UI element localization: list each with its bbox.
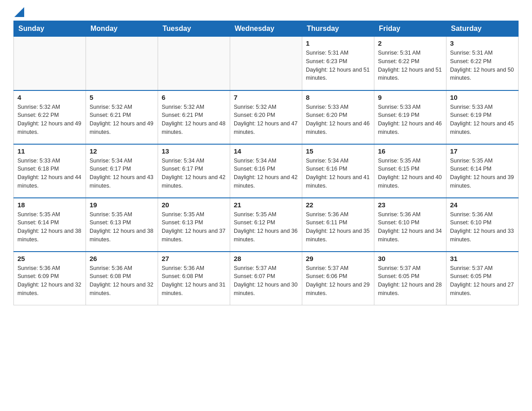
day-info: Sunrise: 5:34 AMSunset: 6:17 PMDaylight:… [162, 157, 226, 190]
day-info: Sunrise: 5:36 AMSunset: 6:08 PMDaylight:… [90, 264, 154, 298]
calendar-week-row: 18Sunrise: 5:35 AMSunset: 6:14 PMDayligh… [14, 198, 519, 252]
calendar-cell: 26Sunrise: 5:36 AMSunset: 6:08 PMDayligh… [86, 252, 158, 305]
day-info: Sunrise: 5:35 AMSunset: 6:14 PMDaylight:… [17, 210, 82, 244]
day-number: 23 [378, 201, 442, 209]
day-info: Sunrise: 5:34 AMSunset: 6:17 PMDaylight:… [90, 157, 154, 190]
day-info: Sunrise: 5:32 AMSunset: 6:21 PMDaylight:… [162, 103, 226, 137]
day-info: Sunrise: 5:33 AMSunset: 6:19 PMDaylight:… [450, 103, 515, 137]
weekday-header-row: SundayMondayTuesdayWednesdayThursdayFrid… [14, 21, 519, 37]
calendar-cell: 10Sunrise: 5:33 AMSunset: 6:19 PMDayligh… [446, 90, 519, 144]
day-number: 4 [17, 94, 82, 101]
day-number: 31 [450, 255, 515, 262]
weekday-header-wednesday: Wednesday [230, 21, 302, 37]
day-number: 11 [17, 147, 82, 155]
day-info: Sunrise: 5:33 AMSunset: 6:19 PMDaylight:… [378, 103, 442, 137]
calendar-cell: 3Sunrise: 5:31 AMSunset: 6:22 PMDaylight… [446, 37, 519, 90]
calendar-cell: 1Sunrise: 5:31 AMSunset: 6:23 PMDaylight… [302, 37, 374, 90]
day-number: 25 [17, 255, 82, 262]
day-info: Sunrise: 5:36 AMSunset: 6:11 PMDaylight:… [306, 210, 370, 244]
day-number: 27 [162, 255, 226, 262]
day-number: 10 [450, 94, 515, 101]
weekday-header-thursday: Thursday [302, 21, 374, 37]
day-info: Sunrise: 5:34 AMSunset: 6:16 PMDaylight:… [234, 157, 298, 190]
calendar-week-row: 25Sunrise: 5:36 AMSunset: 6:09 PMDayligh… [14, 252, 519, 305]
day-info: Sunrise: 5:35 AMSunset: 6:15 PMDaylight:… [378, 157, 442, 190]
calendar-cell: 13Sunrise: 5:34 AMSunset: 6:17 PMDayligh… [158, 144, 230, 198]
calendar-cell: 24Sunrise: 5:36 AMSunset: 6:10 PMDayligh… [446, 198, 519, 252]
calendar-cell: 30Sunrise: 5:37 AMSunset: 6:05 PMDayligh… [374, 252, 446, 305]
calendar-cell: 7Sunrise: 5:32 AMSunset: 6:20 PMDaylight… [230, 90, 302, 144]
day-info: Sunrise: 5:37 AMSunset: 6:05 PMDaylight:… [450, 264, 515, 298]
day-number: 13 [162, 147, 226, 155]
calendar-cell [86, 37, 158, 90]
day-info: Sunrise: 5:35 AMSunset: 6:13 PMDaylight:… [162, 210, 226, 244]
day-number: 15 [306, 147, 370, 155]
calendar-table: SundayMondayTuesdayWednesdayThursdayFrid… [13, 21, 519, 305]
day-info: Sunrise: 5:36 AMSunset: 6:10 PMDaylight:… [378, 210, 442, 244]
calendar-cell: 12Sunrise: 5:34 AMSunset: 6:17 PMDayligh… [86, 144, 158, 198]
logo [13, 9, 24, 17]
calendar-cell: 14Sunrise: 5:34 AMSunset: 6:16 PMDayligh… [230, 144, 302, 198]
day-number: 26 [90, 255, 154, 262]
day-number: 21 [234, 201, 298, 209]
page-header [13, 9, 519, 17]
day-number: 2 [378, 39, 442, 47]
day-info: Sunrise: 5:35 AMSunset: 6:12 PMDaylight:… [234, 210, 298, 244]
day-info: Sunrise: 5:35 AMSunset: 6:14 PMDaylight:… [450, 157, 515, 190]
day-number: 16 [378, 147, 442, 155]
weekday-header-sunday: Sunday [14, 21, 86, 37]
calendar-cell: 5Sunrise: 5:32 AMSunset: 6:21 PMDaylight… [86, 90, 158, 144]
day-info: Sunrise: 5:32 AMSunset: 6:20 PMDaylight:… [234, 103, 298, 137]
calendar-cell: 17Sunrise: 5:35 AMSunset: 6:14 PMDayligh… [446, 144, 519, 198]
weekday-header-saturday: Saturday [446, 21, 519, 37]
calendar-cell: 21Sunrise: 5:35 AMSunset: 6:12 PMDayligh… [230, 198, 302, 252]
calendar-cell: 9Sunrise: 5:33 AMSunset: 6:19 PMDaylight… [374, 90, 446, 144]
calendar-cell: 23Sunrise: 5:36 AMSunset: 6:10 PMDayligh… [374, 198, 446, 252]
day-info: Sunrise: 5:35 AMSunset: 6:13 PMDaylight:… [90, 210, 154, 244]
day-info: Sunrise: 5:31 AMSunset: 6:23 PMDaylight:… [306, 49, 370, 82]
day-number: 22 [306, 201, 370, 209]
day-info: Sunrise: 5:32 AMSunset: 6:22 PMDaylight:… [17, 103, 82, 137]
calendar-cell: 19Sunrise: 5:35 AMSunset: 6:13 PMDayligh… [86, 198, 158, 252]
svg-marker-0 [14, 7, 24, 17]
calendar-cell [158, 37, 230, 90]
calendar-week-row: 11Sunrise: 5:33 AMSunset: 6:18 PMDayligh… [14, 144, 519, 198]
weekday-header-friday: Friday [374, 21, 446, 37]
calendar-cell: 25Sunrise: 5:36 AMSunset: 6:09 PMDayligh… [14, 252, 86, 305]
day-number: 12 [90, 147, 154, 155]
day-number: 24 [450, 201, 515, 209]
day-number: 7 [234, 94, 298, 101]
day-number: 9 [378, 94, 442, 101]
calendar-cell: 2Sunrise: 5:31 AMSunset: 6:22 PMDaylight… [374, 37, 446, 90]
day-number: 14 [234, 147, 298, 155]
day-number: 29 [306, 255, 370, 262]
day-number: 18 [17, 201, 82, 209]
calendar-cell [14, 37, 86, 90]
calendar-cell: 11Sunrise: 5:33 AMSunset: 6:18 PMDayligh… [14, 144, 86, 198]
day-number: 6 [162, 94, 226, 101]
day-info: Sunrise: 5:36 AMSunset: 6:08 PMDaylight:… [162, 264, 226, 298]
day-number: 17 [450, 147, 515, 155]
day-number: 20 [162, 201, 226, 209]
calendar-cell: 8Sunrise: 5:33 AMSunset: 6:20 PMDaylight… [302, 90, 374, 144]
day-number: 3 [450, 39, 515, 47]
day-info: Sunrise: 5:36 AMSunset: 6:10 PMDaylight:… [450, 210, 515, 244]
day-info: Sunrise: 5:31 AMSunset: 6:22 PMDaylight:… [378, 49, 442, 82]
day-info: Sunrise: 5:33 AMSunset: 6:18 PMDaylight:… [17, 157, 82, 190]
calendar-cell: 15Sunrise: 5:34 AMSunset: 6:16 PMDayligh… [302, 144, 374, 198]
calendar-cell: 18Sunrise: 5:35 AMSunset: 6:14 PMDayligh… [14, 198, 86, 252]
calendar-header: SundayMondayTuesdayWednesdayThursdayFrid… [14, 21, 519, 37]
calendar-cell: 6Sunrise: 5:32 AMSunset: 6:21 PMDaylight… [158, 90, 230, 144]
calendar-cell: 16Sunrise: 5:35 AMSunset: 6:15 PMDayligh… [374, 144, 446, 198]
calendar-cell: 20Sunrise: 5:35 AMSunset: 6:13 PMDayligh… [158, 198, 230, 252]
day-info: Sunrise: 5:36 AMSunset: 6:09 PMDaylight:… [17, 264, 82, 298]
day-info: Sunrise: 5:34 AMSunset: 6:16 PMDaylight:… [306, 157, 370, 190]
calendar-week-row: 1Sunrise: 5:31 AMSunset: 6:23 PMDaylight… [14, 37, 519, 90]
day-info: Sunrise: 5:37 AMSunset: 6:06 PMDaylight:… [306, 264, 370, 298]
day-number: 28 [234, 255, 298, 262]
weekday-header-monday: Monday [86, 21, 158, 37]
calendar-body: 1Sunrise: 5:31 AMSunset: 6:23 PMDaylight… [14, 37, 519, 305]
calendar-cell [230, 37, 302, 90]
calendar-cell: 22Sunrise: 5:36 AMSunset: 6:11 PMDayligh… [302, 198, 374, 252]
logo-triangle-icon [14, 7, 24, 17]
